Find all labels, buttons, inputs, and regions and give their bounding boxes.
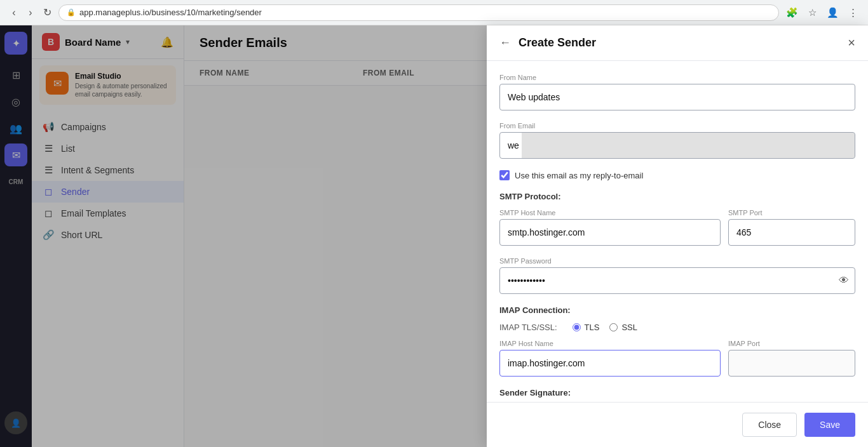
create-sender-drawer: ← Create Sender × From Name From Email <box>487 25 868 447</box>
tls-label: TLS <box>585 323 600 332</box>
browser-bar: ‹ › ↻ 🔒 app.manageplus.io/business/10/ma… <box>0 0 868 25</box>
signature-title: Sender Signature: <box>499 388 855 397</box>
close-button[interactable]: Close <box>742 413 797 437</box>
drawer-header: ← Create Sender × <box>487 25 868 61</box>
imap-host-input[interactable] <box>499 350 721 377</box>
from-name-field-group: From Name <box>499 74 855 110</box>
tls-radio-option[interactable]: TLS <box>573 323 600 332</box>
smtp-password-input[interactable] <box>499 267 855 294</box>
ssl-radio[interactable] <box>609 323 618 331</box>
imap-port-field-group: IMAP Port <box>728 340 855 377</box>
browser-actions: 🧩 ☆ 👤 ⋮ <box>784 5 860 20</box>
url-text: app.manageplus.io/business/10/marketing/… <box>79 8 262 17</box>
lock-icon: 🔒 <box>67 8 76 17</box>
signature-field-group: Sender Signature: B I U S " <box>499 388 855 402</box>
smtp-port-label: SMTP Port <box>728 209 855 217</box>
smtp-section-title: SMTP Protocol: <box>499 192 855 201</box>
imap-section-title: IMAP Connection: <box>499 305 855 315</box>
email-blur-overlay <box>522 133 855 158</box>
star-icon[interactable]: ☆ <box>804 5 820 20</box>
drawer-footer: Close Save <box>487 402 868 447</box>
back-button[interactable]: ‹ <box>8 6 20 19</box>
imap-tls-ssl-label: IMAP TLS/SSL: <box>499 323 557 332</box>
extensions-icon[interactable]: 🧩 <box>784 5 799 20</box>
tls-radio[interactable] <box>573 323 581 331</box>
reply-to-checkbox-row: Use this email as my reply-to-email <box>499 170 855 180</box>
from-name-input[interactable] <box>499 84 855 110</box>
address-bar[interactable]: 🔒 app.manageplus.io/business/10/marketin… <box>58 4 779 21</box>
smtp-host-input[interactable] <box>499 219 721 246</box>
browser-nav: ‹ › ↻ <box>8 6 53 19</box>
imap-port-label: IMAP Port <box>728 340 855 347</box>
imap-host-port-row: IMAP Host Name IMAP Port <box>499 340 855 388</box>
smtp-host-label: SMTP Host Name <box>499 209 721 217</box>
imap-host-label: IMAP Host Name <box>499 340 721 347</box>
smtp-password-wrapper: 👁 <box>499 267 855 294</box>
smtp-port-field-group: SMTP Port <box>728 209 855 246</box>
reply-to-checkbox[interactable] <box>499 170 510 180</box>
imap-host-field-group: IMAP Host Name <box>499 340 721 377</box>
smtp-port-input[interactable] <box>728 219 855 246</box>
from-name-label: From Name <box>499 74 855 81</box>
save-button[interactable]: Save <box>804 413 855 437</box>
drawer-title: Create Sender <box>519 36 848 50</box>
imap-port-input[interactable] <box>728 350 855 377</box>
back-button[interactable]: ← <box>499 36 511 50</box>
from-email-field-group: From Email <box>499 122 855 159</box>
smtp-host-field-group: SMTP Host Name <box>499 209 721 246</box>
drawer-body: From Name From Email Use this email as m… <box>487 61 868 402</box>
smtp-password-label: SMTP Password <box>499 257 855 265</box>
profile-icon[interactable]: 👤 <box>825 5 840 20</box>
forward-button[interactable]: › <box>24 6 37 19</box>
reload-button[interactable]: ↻ <box>41 6 53 19</box>
close-button[interactable]: × <box>848 36 855 50</box>
imap-tls-ssl-group: IMAP TLS/SSL: TLS SSL <box>499 323 855 332</box>
menu-icon[interactable]: ⋮ <box>845 5 860 20</box>
smtp-password-field-group: SMTP Password 👁 <box>499 257 855 294</box>
ssl-radio-option[interactable]: SSL <box>609 323 637 332</box>
from-email-label: From Email <box>499 122 855 130</box>
password-toggle-icon[interactable]: 👁 <box>839 275 849 286</box>
reply-to-label[interactable]: Use this email as my reply-to-email <box>515 171 643 180</box>
ssl-label: SSL <box>621 323 637 332</box>
smtp-host-port-row: SMTP Host Name SMTP Port <box>499 209 855 257</box>
